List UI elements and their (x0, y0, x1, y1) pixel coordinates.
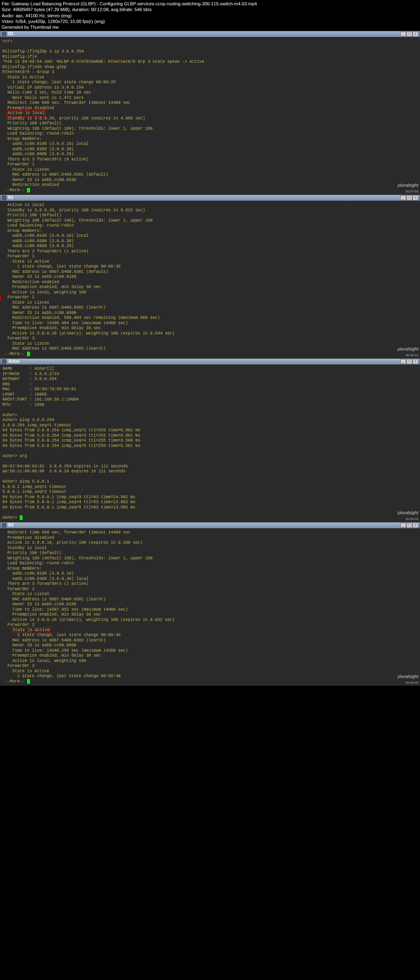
terminal-line: DNS : (2, 382, 418, 387)
terminal-line: MAC address is 0007.b400.0301 (learnt) (2, 597, 418, 602)
terminal-line: Priority 100 (default) (2, 121, 418, 126)
terminal-line: aabb.cc00.0300 (3.0.0.30) (2, 147, 418, 152)
window-titlebar[interactable]: Asher_□× (0, 358, 420, 365)
terminal-line: Next hello sent in 1.472 secs (2, 96, 418, 101)
terminal-line: State is Listen (2, 592, 418, 597)
terminal-line: --More-- (2, 679, 418, 685)
terminal-line: There are 3 forwarders (1 active) (2, 249, 418, 254)
window-titlebar[interactable]: R1_□× (0, 195, 420, 201)
terminal-line: Forwarder 1 (2, 254, 418, 259)
terminal-line: State is Listen (2, 300, 418, 306)
terminal-line: Weighting 100 (default 100), thresholds:… (2, 126, 418, 132)
terminal-line: IP/MASK : 3.0.0.2/24 (2, 372, 418, 377)
terminal-line: Active is local (2, 111, 418, 116)
terminal-line: Standby is 3.0.0.20, priority 100 (expir… (2, 116, 418, 121)
terminal-line: 84 bytes from 5.0.0.1 icmp_seq=4 ttl=63 … (2, 500, 418, 505)
terminal-line: Owner ID is aabb.cc00.0100 (2, 178, 418, 183)
timecode: 00:07:55 (406, 190, 418, 193)
file-size: Size: 49689497 bytes (47.39 MiB), durati… (2, 7, 418, 12)
highlight-box: Active is local (7, 110, 46, 117)
terminal-line: Virtual IP address is 3.0.0.254 (2, 85, 418, 91)
window-titlebar[interactable]: R1_□× (0, 31, 420, 37)
close-button[interactable]: × (413, 32, 418, 37)
terminal-line: R1(config-if)# (2, 55, 418, 60)
minimize-button[interactable]: _ (400, 195, 406, 200)
terminal-line: Preemption disabled (2, 106, 418, 111)
terminal-line: Asher> (2, 515, 418, 521)
terminal-line: Weighting 100 (default 100), thresholds:… (2, 218, 418, 224)
terminal-output[interactable]: Redirect time 600 sec, forwarder timeout… (0, 529, 420, 686)
terminal-line: 1 state change, last state change 00:00:… (2, 80, 418, 85)
terminal-line: RHOST:PORT : 192.168.56.1:10004 (2, 397, 418, 403)
terminal-line: 1 state change, last state change 00:00:… (2, 264, 418, 270)
terminal-line: Ethernet0/0 - Group 3 (2, 70, 418, 75)
terminal-line (2, 474, 418, 480)
terminal-line: Asher> (2, 413, 418, 418)
terminal-output[interactable]: NAME : Asher[1]IP/MASK : 3.0.0.2/24GATEW… (0, 365, 420, 522)
terminal-line: aabb.cc00.0600 (3.0.0.20) (2, 244, 418, 249)
terminal-line: Preemption enabled, min delay 30 sec (2, 612, 418, 618)
terminal-line: 5.0.0.1 icmp_seq=1 timeout (2, 485, 418, 490)
terminal-line: aabb.cc00.0300 (3.0.0.30) local (2, 577, 418, 582)
terminal-line: Asher> arp (2, 454, 418, 459)
terminal-line: LPORT : 10005 (2, 392, 418, 398)
terminal-line: 1 state change, last state change 00:08:… (2, 674, 418, 679)
maximize-button[interactable]: □ (406, 523, 412, 528)
terminal-line: State is Active (2, 669, 418, 674)
maximize-button[interactable]: □ (406, 32, 412, 37)
minimize-button[interactable]: _ (400, 359, 406, 364)
file-name: File: Gateway Load Balancing Protocol (G… (2, 1, 418, 7)
window-title: R3 (8, 523, 400, 528)
cursor (27, 679, 30, 684)
highlight-box: State is Active (11, 627, 51, 634)
close-button[interactable]: × (413, 195, 418, 200)
watermark: pluralsight00:07:55 (398, 183, 418, 194)
terminal-line: --More-- (2, 188, 418, 193)
watermark: pluralsight00:08:26 (398, 510, 418, 522)
terminal-line: aabb.cc00.0600 (3.0.0.20) (2, 152, 418, 157)
timecode: 00:08:40 (406, 681, 418, 685)
terminal-line: Redirect time 600 sec, forwarder timeout… (2, 101, 418, 106)
maximize-button[interactable]: □ (406, 359, 412, 364)
terminal-output[interactable]: Active is local Standby is 3.0.0.30, pri… (0, 201, 420, 358)
terminal-line: MAC : 00:50:79:66:68:01 (2, 387, 418, 392)
timecode: 00:08:26 (406, 517, 418, 521)
terminal-line: Redirection enabled (2, 280, 418, 285)
terminal-line: R1(config-if)#glbp 3 ip 3.0.0.254 (2, 49, 418, 55)
terminal-line: Active is local (2, 203, 418, 208)
terminal-output[interactable]: <cr> R1(config-if)#glbp 3 ip 3.0.0.254R1… (0, 37, 420, 195)
terminal-line: 84 bytes from 3.0.0.254 icmp_seq=4 ttl=2… (2, 438, 418, 444)
terminal-line: Time to live: 14340.256 sec (maximum 143… (2, 648, 418, 654)
terminal-line: 5.0.0.1 icmp_seq=2 timeout (2, 490, 418, 495)
file-info-header: File: Gateway Load Balancing Protocol (G… (0, 0, 420, 31)
file-generator: Generated by Thumbnail me (2, 24, 418, 30)
terminal-line: <cr> (2, 39, 418, 44)
terminal-line: State is Listen (2, 341, 418, 347)
close-button[interactable]: × (413, 523, 418, 528)
terminal-line: --More-- (2, 352, 418, 357)
terminal-line: Asher> ping 3.0.0.254 (2, 418, 418, 423)
terminal-line: Preemption enabled, min delay 30 sec (2, 285, 418, 290)
terminal-line: Load balancing: round-robin (2, 131, 418, 137)
terminal-line: Forwarder 2 (0, 295, 418, 300)
cursor (27, 188, 30, 192)
window-titlebar[interactable]: R3_□× (0, 522, 420, 529)
minimize-button[interactable]: _ (400, 32, 406, 37)
terminal-line: Preemption disabled (2, 536, 418, 541)
terminal-line: R1(config-if)#do show glbp (2, 65, 418, 70)
window-title: R1 (8, 32, 400, 37)
close-button[interactable]: × (413, 359, 418, 364)
minimize-button[interactable]: _ (400, 523, 406, 528)
maximize-button[interactable]: □ (406, 195, 412, 200)
terminal-line: MAC address is 0007.b400.0301 (default) (2, 270, 418, 275)
terminal-line: Redirection enabled (2, 183, 418, 188)
terminal-line: 3.0.0.254 icmp_seq=1 timeout (2, 423, 418, 428)
terminal-line: Owner ID is aabb.cc00.0600 (2, 643, 418, 648)
window-icon (2, 523, 7, 528)
terminal-line: MAC address is 0007.b400.0302 (learnt) (2, 638, 418, 643)
terminal-line: NAME : Asher[1] (2, 366, 418, 372)
window-icon (2, 359, 7, 364)
terminal-line (2, 459, 418, 464)
terminal-line: State is Active (2, 75, 418, 80)
terminal-line: aabb.cc00.0100 (3.0.0.10) (2, 571, 418, 577)
